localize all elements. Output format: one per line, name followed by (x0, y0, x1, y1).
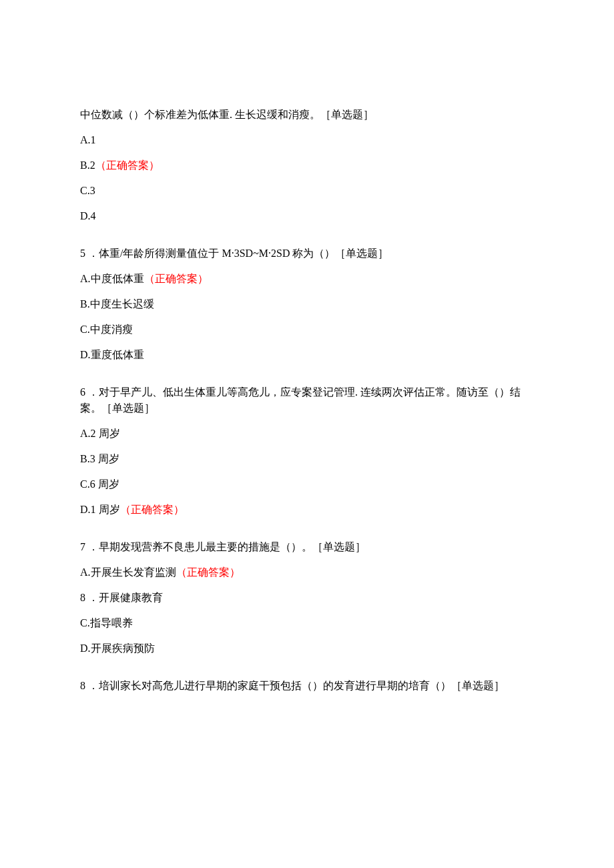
q8-stem: 8 ．培训家长对高危儿进行早期的家庭干预包括（）的发育进行早期的培育（）［单选题… (80, 678, 534, 694)
q4-option-b-text: B.2 (80, 159, 95, 171)
q4-option-a: A.1 (80, 132, 534, 148)
q4-option-c: C.3 (80, 183, 534, 199)
q6-option-b: B.3 周岁 (80, 451, 534, 467)
q7-option-d: D.开展疾病预防 (80, 640, 534, 657)
q4-correct-marker: （正确答案） (95, 159, 160, 171)
q4-option-d: D.4 (80, 208, 534, 224)
q6-option-c: C.6 周岁 (80, 476, 534, 492)
q7-correct-marker: （正确答案） (176, 566, 240, 578)
q5-option-d: D.重度低体重 (80, 347, 534, 363)
q5-correct-marker: （正确答案） (144, 273, 208, 284)
q6-correct-marker: （正确答案） (120, 504, 184, 515)
document-page: 中位数减（）个标准差为低体重. 生长迟缓和消瘦。［单选题］ A.1 B.2（正确… (0, 0, 614, 754)
q6-option-d-text: D.1 周岁 (80, 504, 120, 515)
q7-option-a: A.开展生长发育监测（正确答案） (80, 564, 534, 580)
q7-stem: 7 ．早期发现营养不良患儿最主要的措施是（）。［单选题］ (80, 539, 534, 555)
q7-option-a-text: A.开展生长发育监测 (80, 566, 176, 578)
q4-stem: 中位数减（）个标准差为低体重. 生长迟缓和消瘦。［单选题］ (80, 107, 534, 123)
q7-option-c: C.指导喂养 (80, 615, 534, 631)
q6-option-a: A.2 周岁 (80, 426, 534, 442)
q4-option-b: B.2（正确答案） (80, 157, 534, 173)
q5-option-b: B.中度生长迟缓 (80, 296, 534, 312)
q5-option-a: A.中度低体重（正确答案） (80, 271, 534, 287)
q7-option-b: 8 ．开展健康教育 (80, 590, 534, 606)
q6-option-d: D.1 周岁（正确答案） (80, 502, 534, 518)
q5-option-a-text: A.中度低体重 (80, 273, 144, 284)
q5-option-c: C.中度消瘦 (80, 322, 534, 338)
q6-stem: 6 ．对于早产儿、低出生体重儿等高危儿，应专案登记管理. 连续两次评估正常。随访… (80, 384, 534, 416)
q5-stem: 5 ．体重/年龄所得测量值位于 M·3SD~M·2SD 称为（）［单选题］ (80, 246, 534, 262)
